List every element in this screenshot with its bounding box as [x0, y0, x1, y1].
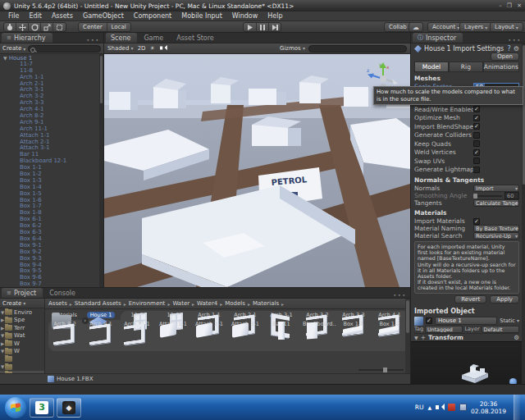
- menu-item[interactable]: Help: [262, 12, 287, 20]
- hierarchy-item[interactable]: Arch 3-3: [0, 100, 99, 107]
- asset-item[interactable]: Box 1-2: [372, 320, 408, 327]
- mesh-option-checkbox[interactable]: [473, 132, 480, 139]
- hierarchy-item[interactable]: Box 9-1: [0, 243, 99, 249]
- taskbar-app-3dsmax[interactable]: 3: [30, 398, 54, 418]
- step-button[interactable]: [268, 23, 281, 32]
- menu-item[interactable]: Edit: [24, 12, 47, 20]
- tray-expand-icon[interactable]: ▲: [427, 404, 431, 410]
- menu-item[interactable]: Assets: [47, 12, 78, 20]
- thumbnail-size-slider[interactable]: [358, 369, 404, 371]
- mesh-option-checkbox[interactable]: ✓: [473, 149, 480, 156]
- hierarchy-item[interactable]: Box 9-4: [0, 262, 99, 269]
- hierarchy-item[interactable]: Box 1-7: [0, 203, 99, 210]
- asset-item[interactable]: Attach 3-1: [227, 320, 263, 327]
- hierarchy-item[interactable]: Box 1-8: [0, 210, 99, 217]
- hierarchy-item[interactable]: 11-7: [0, 62, 99, 68]
- asset-item[interactable]: Arch 2-1: [227, 311, 263, 318]
- move-tool-icon[interactable]: [16, 23, 29, 32]
- minimize-button[interactable]: –: [499, 2, 502, 9]
- 2d-toggle[interactable]: 2D: [138, 45, 146, 52]
- apply-button[interactable]: Apply: [490, 295, 519, 304]
- breadcrumb-segment[interactable]: Water: [172, 300, 189, 307]
- asset-item[interactable]: Bar 11: [263, 320, 299, 327]
- asset-item[interactable]: Arch 3-1: [263, 311, 299, 318]
- asset-item[interactable]: Materials: [47, 311, 83, 318]
- taskbar-clock[interactable]: 20:36 02.08.2019: [471, 400, 506, 415]
- taskbar-app-unity[interactable]: ◆: [57, 398, 81, 418]
- folder-tree-item[interactable]: ▼ W: [0, 348, 44, 356]
- revert-button[interactable]: Revert: [454, 295, 486, 304]
- hierarchy-item[interactable]: Attach 3-1: [0, 145, 99, 152]
- hierarchy-item[interactable]: Blackboard 12-1: [0, 158, 99, 165]
- foldout-arrow-icon[interactable]: ▼: [414, 335, 418, 340]
- mesh-option-checkbox[interactable]: ✓: [473, 106, 480, 112]
- hierarchy-item[interactable]: Box 9-5: [0, 268, 99, 275]
- action-center-flag-icon[interactable]: [448, 404, 455, 411]
- lighting-toggle-icon[interactable]: ☀: [149, 45, 154, 52]
- breadcrumb-segment[interactable]: Standard Assets: [75, 300, 121, 307]
- hierarchy-item[interactable]: Arch 3-2: [0, 94, 99, 100]
- tab-animations[interactable]: Animations: [483, 62, 519, 72]
- layers-dropdown[interactable]: Layers▾: [459, 22, 492, 32]
- hierarchy-item[interactable]: Arch 4-1: [0, 107, 99, 113]
- tab-inspector[interactable]: ⓘInspector: [413, 33, 463, 43]
- hierarchy-item[interactable]: Box 1-1: [0, 165, 99, 171]
- hierarchy-item[interactable]: Box 9-7: [0, 281, 99, 287]
- hierarchy-item[interactable]: Arch 8-2: [0, 113, 99, 120]
- gear-icon[interactable]: ⚙: [514, 334, 519, 341]
- shaded-dropdown[interactable]: Shaded ▾: [107, 45, 134, 52]
- hierarchy-item[interactable]: Box 1-6: [0, 198, 99, 204]
- hierarchy-item-root[interactable]: ▼House 1: [0, 55, 99, 62]
- tab-game[interactable]: Game: [139, 33, 170, 43]
- object-name-field[interactable]: House 1: [435, 317, 497, 325]
- start-button[interactable]: [5, 397, 26, 418]
- breadcrumb-segment[interactable]: Environment: [129, 300, 166, 307]
- asset-item[interactable]: Arch 4-1: [372, 311, 408, 318]
- gear-icon[interactable]: ⚙: [514, 45, 519, 52]
- panel-options-icon[interactable]: •••: [508, 37, 525, 43]
- display-icon[interactable]: [459, 404, 467, 411]
- mesh-option-checkbox[interactable]: [473, 167, 480, 173]
- hierarchy-item[interactable]: Box 9-2: [0, 249, 99, 256]
- hierarchy-create-button[interactable]: Create▾: [2, 45, 25, 52]
- show-desktop-button[interactable]: [514, 395, 520, 420]
- panel-options-icon[interactable]: •••: [393, 292, 410, 298]
- import-materials-checkbox[interactable]: ✓: [473, 218, 480, 225]
- normals-dropdown[interactable]: Import: [473, 185, 519, 192]
- hand-tool-icon[interactable]: [4, 23, 16, 32]
- layout-dropdown[interactable]: Layout▾: [490, 22, 523, 32]
- language-indicator[interactable]: RU: [415, 404, 424, 411]
- folder-tree-item[interactable]: ▶ Spe: [0, 317, 44, 325]
- pivot-local-button[interactable]: Local: [107, 23, 130, 32]
- asset-item[interactable]: Arch 1-1: [191, 311, 227, 318]
- tab-scene[interactable]: Scene: [106, 33, 137, 43]
- open-model-button[interactable]: Open: [491, 52, 519, 61]
- hierarchy-item[interactable]: Box 1-5: [0, 191, 99, 198]
- asset-item[interactable]: 11-8: [155, 311, 191, 318]
- mesh-option-checkbox[interactable]: ✓: [473, 115, 480, 121]
- menu-item[interactable]: GameObject: [78, 12, 129, 20]
- pivot-center-button[interactable]: Center: [79, 23, 107, 32]
- tab-model[interactable]: Model: [414, 62, 449, 72]
- window-titlebar[interactable]: Unity 5.6.4p2 (64bit) - Untitled - New U…: [0, 0, 525, 11]
- audio-toggle-icon[interactable]: [159, 44, 167, 53]
- breadcrumb-segment[interactable]: Materials: [253, 300, 279, 307]
- hierarchy-item[interactable]: Arch 2-1: [0, 81, 99, 88]
- hierarchy-item[interactable]: Arch 9-1: [0, 120, 99, 126]
- menu-item[interactable]: Window: [227, 12, 263, 20]
- pause-button[interactable]: [256, 23, 268, 32]
- asset-item[interactable]: Attach 1-1: [155, 320, 191, 327]
- tag-dropdown[interactable]: Untagged: [425, 326, 463, 333]
- tab-rig[interactable]: Rig: [449, 62, 483, 72]
- asset-item[interactable]: Blackboard..: [299, 320, 336, 327]
- hierarchy-item[interactable]: 11-8: [0, 68, 99, 75]
- scene-search-input[interactable]: [308, 45, 407, 52]
- hierarchy-item[interactable]: Box 1-4: [0, 185, 99, 191]
- play-button[interactable]: [244, 23, 256, 32]
- transform-component-header[interactable]: Transform: [428, 334, 463, 341]
- asset-item[interactable]: House 1: [83, 311, 119, 318]
- cloud-services-button[interactable]: ☁: [409, 22, 423, 32]
- tangents-dropdown[interactable]: Calculate Tangent Sp: [473, 199, 519, 207]
- hierarchy-item[interactable]: Box 6-4: [0, 236, 99, 243]
- breadcrumb-segment[interactable]: Assets: [48, 300, 67, 307]
